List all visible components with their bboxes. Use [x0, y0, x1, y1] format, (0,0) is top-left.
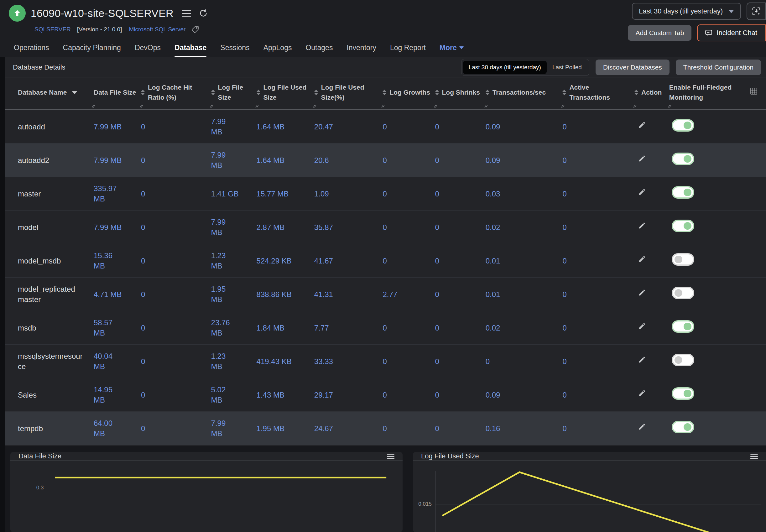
data-file-size-value[interactable]: 40.04 MB — [94, 351, 124, 372]
log-cache-hit-value[interactable]: 0 — [141, 390, 145, 400]
log-shrinks-value[interactable]: 0 — [435, 155, 439, 165]
log-file-used-pct-value[interactable]: 24.67 — [314, 423, 333, 434]
log-file-used-pct-value[interactable]: 20.6 — [314, 155, 329, 165]
monitoring-toggle[interactable] — [673, 154, 693, 164]
monitoring-toggle[interactable] — [673, 355, 693, 365]
log-file-used-size-value[interactable]: 1.64 MB — [257, 122, 284, 132]
ai-assist-button[interactable] — [747, 3, 766, 20]
column-header-transactions-sec[interactable]: Transactions/sec — [486, 77, 563, 110]
log-file-size-value[interactable]: 1.95 MB — [211, 284, 239, 305]
column-resize-grip[interactable] — [484, 104, 488, 108]
tab-capacity-planning[interactable]: Capacity Planning — [63, 44, 121, 58]
table-row[interactable]: model_msdb 15.36 MB 0 1.23 MB 524.29 KB … — [5, 244, 766, 278]
log-shrinks-value[interactable]: 0 — [435, 423, 439, 434]
tab-database[interactable]: Database — [175, 44, 206, 58]
table-row[interactable]: mssqlsystemresource 40.04 MB 0 1.23 MB 4… — [5, 345, 766, 378]
log-file-size-value[interactable]: 7.99 MB — [211, 150, 239, 170]
refresh-icon[interactable] — [199, 8, 208, 18]
tab-applogs[interactable]: AppLogs — [263, 44, 292, 58]
edit-pencil-icon[interactable] — [638, 389, 646, 398]
tab-operations[interactable]: Operations — [14, 44, 49, 58]
log-shrinks-value[interactable]: 0 — [435, 222, 439, 232]
log-cache-hit-value[interactable]: 0 — [141, 155, 145, 165]
log-growths-value[interactable]: 0 — [383, 189, 387, 199]
menu-icon[interactable] — [182, 10, 191, 17]
log-file-used-size-value[interactable]: 1.95 MB — [257, 423, 284, 434]
threshold-configuration-button[interactable]: Threshold Configuration — [676, 60, 761, 75]
table-row[interactable]: autoadd2 7.99 MB 0 7.99 MB 1.64 MB 20.6 … — [5, 143, 766, 177]
column-resize-grip[interactable] — [139, 104, 143, 108]
log-cache-hit-value[interactable]: 0 — [141, 189, 145, 199]
monitoring-toggle[interactable] — [673, 288, 693, 298]
monitoring-toggle[interactable] — [673, 389, 693, 399]
monitoring-toggle[interactable] — [673, 321, 693, 331]
data-file-size-value[interactable]: 58.57 MB — [94, 317, 124, 338]
active-transactions-value[interactable]: 0 — [562, 423, 566, 434]
log-growths-value[interactable]: 0 — [383, 122, 387, 132]
log-cache-hit-value[interactable]: 0 — [141, 323, 145, 333]
transactions-per-sec-value[interactable]: 0.02 — [486, 222, 500, 232]
log-growths-value[interactable]: 0 — [383, 155, 387, 165]
log-shrinks-value[interactable]: 0 — [435, 323, 439, 333]
monitoring-toggle[interactable] — [673, 187, 693, 197]
table-row[interactable]: model 7.99 MB 0 7.99 MB 2.87 MB 35.87 0 … — [5, 211, 766, 244]
category-link[interactable]: Microsoft SQL Server — [129, 26, 185, 33]
log-cache-hit-value[interactable]: 0 — [141, 256, 145, 266]
table-row[interactable]: Sales 14.95 MB 0 5.02 MB 1.43 MB 29.17 0… — [5, 378, 766, 412]
log-file-size-value[interactable]: 7.99 MB — [211, 418, 239, 439]
tab-more[interactable]: More — [440, 44, 464, 58]
log-file-size-value[interactable]: 1.23 MB — [211, 351, 239, 372]
log-shrinks-value[interactable]: 0 — [435, 122, 439, 132]
transactions-per-sec-value[interactable]: 0.09 — [486, 155, 500, 165]
column-resize-grip[interactable] — [560, 104, 565, 108]
transactions-per-sec-value[interactable]: 0.02 — [486, 323, 500, 333]
log-file-size-value[interactable]: 23.76 MB — [211, 317, 239, 338]
active-transactions-value[interactable]: 0 — [562, 256, 566, 266]
edit-pencil-icon[interactable] — [638, 356, 646, 364]
log-file-used-size-value[interactable]: 15.77 MB — [257, 189, 289, 199]
data-file-size-value[interactable]: 15.36 MB — [94, 250, 124, 271]
log-growths-value[interactable]: 0 — [383, 222, 387, 232]
transactions-per-sec-value[interactable]: 0.09 — [486, 390, 500, 400]
active-transactions-value[interactable]: 0 — [562, 222, 566, 232]
data-file-size-value[interactable]: 4.71 MB — [94, 289, 122, 300]
data-file-size-value[interactable]: 64.00 MB — [94, 418, 124, 439]
active-transactions-value[interactable]: 0 — [562, 323, 566, 333]
log-cache-hit-value[interactable]: 0 — [141, 222, 145, 232]
monitoring-toggle[interactable] — [673, 120, 693, 130]
edit-pencil-icon[interactable] — [638, 322, 646, 331]
log-cache-hit-value[interactable]: 0 — [141, 289, 145, 300]
log-file-used-pct-value[interactable]: 29.17 — [314, 390, 333, 400]
column-header-log-file-used-size[interactable]: Log File Used Size — [257, 77, 314, 110]
tab-inventory[interactable]: Inventory — [347, 44, 376, 58]
column-chooser-icon[interactable] — [750, 87, 758, 95]
log-shrinks-value[interactable]: 0 — [435, 256, 439, 266]
table-row[interactable]: autoadd 7.99 MB 0 7.99 MB 1.64 MB 20.47 … — [5, 110, 766, 143]
column-resize-grip[interactable] — [312, 104, 317, 108]
active-transactions-value[interactable]: 0 — [562, 289, 566, 300]
column-resize-grip[interactable] — [209, 104, 214, 108]
edit-pencil-icon[interactable] — [638, 289, 646, 297]
monitoring-toggle[interactable] — [673, 221, 693, 231]
table-row[interactable]: msdb 58.57 MB 0 23.76 MB 1.84 MB 7.77 0 … — [5, 311, 766, 345]
log-file-size-value[interactable]: 1.41 GB — [211, 189, 239, 199]
column-header-enable-monitoring[interactable]: Enable Full-Fledged Monitoring — [669, 77, 750, 110]
log-shrinks-value[interactable]: 0 — [435, 289, 439, 300]
column-resize-grip[interactable] — [667, 104, 672, 108]
tab-log-report[interactable]: Log Report — [390, 44, 426, 58]
log-file-used-size-value[interactable]: 1.43 MB — [257, 390, 284, 400]
data-file-size-value[interactable]: 14.95 MB — [94, 384, 124, 405]
log-file-used-size-value[interactable]: 1.64 MB — [257, 155, 284, 165]
table-row[interactable]: tempdb 64.00 MB 0 7.99 MB 1.95 MB 24.67 … — [5, 412, 766, 445]
log-cache-hit-value[interactable]: 0 — [141, 122, 145, 132]
incident-chat-button[interactable]: Incident Chat — [697, 24, 766, 41]
log-file-used-size-value[interactable]: 419.43 KB — [257, 356, 292, 367]
data-file-size-value[interactable]: 7.99 MB — [94, 155, 122, 165]
chart-menu-icon[interactable] — [387, 454, 394, 459]
log-shrinks-value[interactable]: 0 — [435, 390, 439, 400]
log-growths-value[interactable]: 0 — [383, 356, 387, 367]
active-transactions-value[interactable]: 0 — [562, 189, 566, 199]
transactions-per-sec-value[interactable]: 0 — [486, 356, 490, 367]
log-cache-hit-value[interactable]: 0 — [141, 423, 145, 434]
transactions-per-sec-value[interactable]: 0.01 — [486, 289, 500, 300]
